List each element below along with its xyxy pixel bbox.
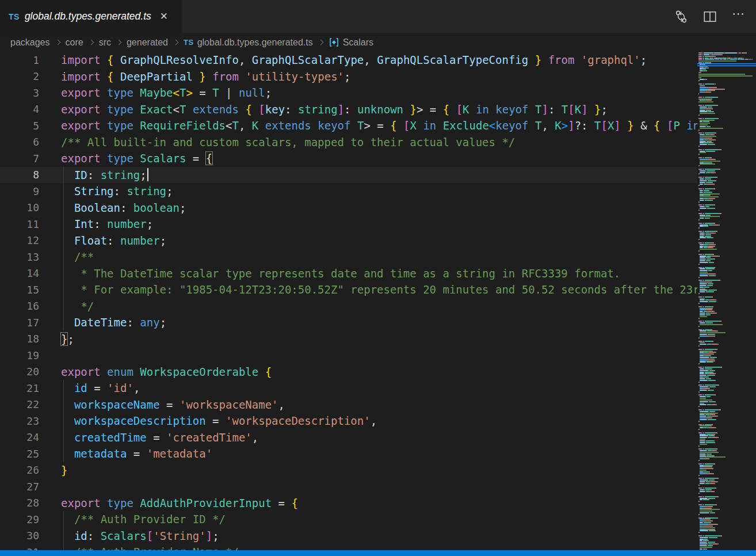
line-content[interactable]: id: Scalars['String']; (39, 528, 697, 544)
code-line-2[interactable]: 2import { DeepPartial } from 'utility-ty… (0, 68, 697, 85)
line-content[interactable]: export type Maybe<T> = T | null; (39, 85, 697, 101)
code-line-10[interactable]: 10 Boolean: boolean; (0, 200, 697, 216)
minimap[interactable] (697, 52, 756, 550)
tab-global-db-types-generated[interactable]: TS global.db.types.generated.ts ✕ (0, 0, 182, 33)
close-tab-icon[interactable]: ✕ (160, 12, 168, 21)
line-number[interactable]: 20 (0, 365, 39, 378)
line-number[interactable]: 1 (0, 54, 39, 66)
line-number[interactable]: 16 (0, 300, 39, 312)
code-line-23[interactable]: 23 workspaceDescription = 'workspaceDesc… (0, 413, 697, 429)
code-line-19[interactable]: 19 (0, 347, 697, 364)
line-number[interactable]: 19 (0, 349, 39, 361)
code-line-25[interactable]: 25 metadata = 'metadata' (0, 445, 697, 462)
code-line-29[interactable]: 29 /** Auth Provider ID */ (0, 511, 697, 528)
line-content[interactable]: workspaceDescription = 'workspaceDescrip… (39, 413, 697, 429)
code-line-7[interactable]: 7export type Scalars = { (0, 150, 697, 167)
line-content[interactable]: /** All built-in and custom scalars, map… (39, 134, 697, 151)
code-line-3[interactable]: 3export type Maybe<T> = T | null; (0, 85, 697, 101)
line-content[interactable]: export type Exact<T extends { [key: stri… (39, 101, 697, 118)
line-content[interactable]: /** Auth Provider Name */ (39, 544, 697, 550)
code-line-1[interactable]: 1import { GraphQLResolveInfo, GraphQLSca… (0, 52, 697, 68)
line-content[interactable]: import { DeepPartial } from 'utility-typ… (39, 68, 697, 85)
code-line-20[interactable]: 20export enum WorkspaceOrderable { (0, 364, 697, 380)
line-content[interactable]: id = 'id', (39, 380, 697, 397)
code-line-4[interactable]: 4export type Exact<T extends { [key: str… (0, 101, 697, 118)
line-number[interactable]: 8 (0, 169, 39, 181)
line-number[interactable]: 14 (0, 267, 39, 279)
line-number[interactable]: 7 (0, 153, 39, 165)
split-editor-icon[interactable] (703, 10, 717, 24)
code-line-24[interactable]: 24 createdTime = 'createdTime', (0, 429, 697, 446)
line-number[interactable]: 26 (0, 464, 39, 476)
line-content[interactable]: Int: number; (39, 216, 697, 233)
line-number[interactable]: 13 (0, 251, 39, 263)
code-editor[interactable]: 1import { GraphQLResolveInfo, GraphQLSca… (0, 52, 697, 550)
code-line-27[interactable]: 27 (0, 478, 697, 495)
code-line-26[interactable]: 26} (0, 462, 697, 479)
line-content[interactable]: * For example: "1985-04-12T23:20:50.52Z"… (39, 281, 697, 298)
line-number[interactable]: 5 (0, 120, 39, 132)
breadcrumb-item-core[interactable]: core (66, 37, 83, 48)
code-line-13[interactable]: 13 /** (0, 249, 697, 265)
code-line-9[interactable]: 9 String: string; (0, 183, 697, 200)
breadcrumb-item-global-db-types-generated-ts[interactable]: TSglobal.db.types.generated.ts (184, 37, 313, 48)
code-line-6[interactable]: 6/** All built-in and custom scalars, ma… (0, 134, 697, 151)
line-number[interactable]: 31 (0, 546, 39, 550)
code-line-21[interactable]: 21 id = 'id', (0, 380, 697, 397)
code-line-11[interactable]: 11 Int: number; (0, 216, 697, 233)
breadcrumb-item-src[interactable]: src (99, 37, 111, 48)
code-line-14[interactable]: 14 * The DateTime scalar type represents… (0, 265, 697, 282)
line-number[interactable]: 2 (0, 70, 39, 82)
code-line-18[interactable]: 18}; (0, 331, 697, 348)
line-number[interactable]: 17 (0, 317, 39, 329)
line-number[interactable]: 4 (0, 103, 39, 115)
line-content[interactable] (39, 347, 697, 364)
code-line-17[interactable]: 17 DateTime: any; (0, 314, 697, 331)
code-line-31[interactable]: 31 /** Auth Provider Name */ (0, 544, 697, 550)
breadcrumb-item-generated[interactable]: generated (127, 37, 168, 48)
line-number[interactable]: 29 (0, 513, 39, 525)
line-content[interactable]: /** (39, 249, 697, 265)
line-content[interactable]: /** Auth Provider ID */ (39, 511, 697, 528)
line-number[interactable]: 11 (0, 218, 39, 230)
open-changes-icon[interactable] (674, 10, 688, 24)
line-content[interactable]: export enum WorkspaceOrderable { (39, 364, 697, 380)
line-content[interactable]: String: string; (39, 183, 697, 200)
line-number[interactable]: 6 (0, 136, 39, 148)
line-number[interactable]: 10 (0, 201, 39, 214)
code-line-16[interactable]: 16 */ (0, 298, 697, 315)
line-number[interactable]: 30 (0, 530, 39, 542)
code-line-28[interactable]: 28export type AddAuthProviderInput = { (0, 495, 697, 512)
line-content[interactable]: export type AddAuthProviderInput = { (39, 495, 697, 512)
line-number[interactable]: 25 (0, 448, 39, 460)
line-content[interactable]: Boolean: boolean; (39, 200, 697, 216)
line-content[interactable]: ID: string; (39, 167, 697, 184)
line-content[interactable]: export type RequireFields<T, K extends k… (39, 117, 697, 134)
line-number[interactable]: 9 (0, 185, 39, 197)
line-content[interactable]: createdTime = 'createdTime', (39, 429, 697, 446)
line-number[interactable]: 12 (0, 234, 39, 246)
code-line-22[interactable]: 22 workspaceName = 'workspaceName', (0, 397, 697, 413)
line-number[interactable]: 24 (0, 431, 39, 443)
line-number[interactable]: 27 (0, 481, 39, 493)
code-line-8[interactable]: 8 ID: string; (0, 167, 697, 184)
line-number[interactable]: 21 (0, 382, 39, 394)
more-actions-icon[interactable]: ⋯ (732, 12, 746, 21)
code-line-12[interactable]: 12 Float: number; (0, 233, 697, 249)
line-content[interactable]: DateTime: any; (39, 314, 697, 331)
breadcrumb-item-packages[interactable]: packages (10, 37, 50, 48)
line-number[interactable]: 3 (0, 87, 39, 99)
line-content[interactable]: metadata = 'metadata' (39, 445, 697, 462)
line-content[interactable]: } (39, 462, 697, 479)
line-number[interactable]: 15 (0, 284, 39, 296)
breadcrumb-item-scalars[interactable]: Scalars (329, 37, 373, 48)
code-line-5[interactable]: 5export type RequireFields<T, K extends … (0, 117, 697, 134)
line-number[interactable]: 18 (0, 333, 39, 345)
line-content[interactable]: */ (39, 298, 697, 315)
code-line-15[interactable]: 15 * For example: "1985-04-12T23:20:50.5… (0, 281, 697, 298)
line-content[interactable]: }; (39, 331, 697, 348)
line-content[interactable]: export type Scalars = { (39, 150, 697, 167)
line-number[interactable]: 22 (0, 398, 39, 410)
line-content[interactable] (39, 478, 697, 495)
line-content[interactable]: workspaceName = 'workspaceName', (39, 397, 697, 413)
